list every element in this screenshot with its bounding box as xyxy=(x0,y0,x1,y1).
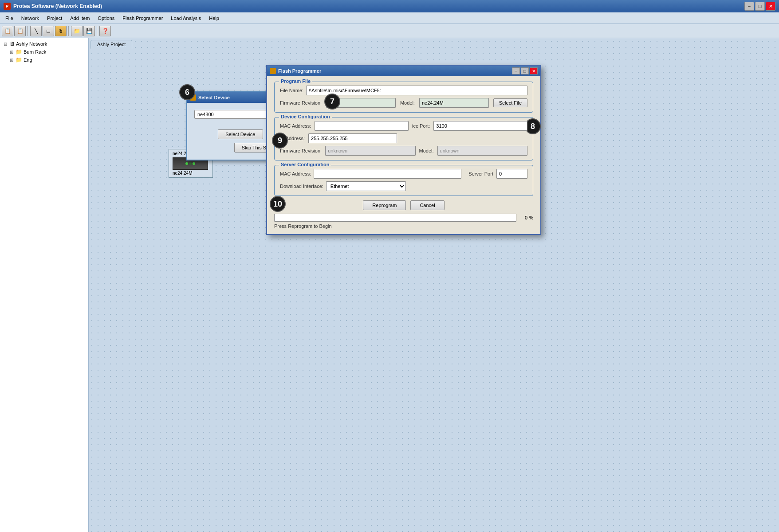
select-device-title-left: Select Device xyxy=(190,94,230,101)
sidebar-item-eng[interactable]: ⊞ 📁 Eng xyxy=(8,56,87,64)
flash-close[interactable]: ✕ xyxy=(530,67,538,74)
device-config-label: Device Configuration xyxy=(279,114,332,119)
sidebar-item-burn-rack[interactable]: ⊞ 📁 Burn Rack xyxy=(8,48,87,56)
device-port-input[interactable] xyxy=(433,121,527,131)
flash-minimize[interactable]: − xyxy=(512,67,520,74)
toolbar-1: 📋 📋 ╲ □ 🖱 📁 💾 ❓ xyxy=(0,24,779,38)
toolbar-sep-1 xyxy=(28,26,28,36)
progress-row: 0 % xyxy=(274,214,533,222)
file-name-row: File Name: xyxy=(280,86,527,95)
menu-network[interactable]: Network xyxy=(18,14,43,22)
main-area: ⊟ 🖥 Ashly Network ⊞ 📁 Burn Rack ⊞ 📁 Eng … xyxy=(0,38,779,532)
eng-icon: 📁 xyxy=(16,57,22,63)
mac-address-label-dc: MAC Address: xyxy=(280,123,311,129)
server-port-input[interactable] xyxy=(496,169,527,179)
model-label-pf: Model: xyxy=(400,100,415,106)
step-6-circle: 6 xyxy=(179,84,195,100)
select-file-button[interactable]: Select File xyxy=(493,98,527,107)
action-btn-row: 10 Reprogram Cancel xyxy=(274,200,533,210)
burn-rack-label: Burn Rack xyxy=(24,49,46,55)
tree-root-icon: 🖥 xyxy=(9,41,15,47)
ne-led-1b xyxy=(189,162,192,165)
model-label-dc: Model: xyxy=(419,148,434,153)
title-bar-left: P Protea Software (Network Enabled) xyxy=(4,3,102,10)
flash-maximize[interactable]: □ xyxy=(521,67,529,74)
firmware-model-dc-row: Firmware Revision: Model: xyxy=(280,146,527,156)
download-interface-label: Download Interface: xyxy=(280,184,323,189)
server-mac-input[interactable] xyxy=(314,169,461,179)
firmware-rev-input-dc[interactable] xyxy=(325,146,415,156)
download-interface-row: Download Interface: Ethernet xyxy=(280,181,527,191)
firmware-rev-label: Firmware Revision: xyxy=(280,100,322,106)
server-config-section: Server Configuration MAC Address: Server… xyxy=(274,165,533,196)
model-input-dc[interactable] xyxy=(437,146,527,156)
toolbar-btn-8[interactable]: ❓ xyxy=(99,26,111,36)
ne-led-1a xyxy=(185,162,188,165)
menu-options[interactable]: Options xyxy=(94,14,118,22)
menu-add-item[interactable]: Add Item xyxy=(67,14,93,22)
progress-bar-outer xyxy=(274,214,516,222)
menu-flash-programmer[interactable]: Flash Programmer xyxy=(119,14,166,22)
minimize-button[interactable]: − xyxy=(744,2,754,11)
burn-rack-icon: 📁 xyxy=(16,49,22,55)
menu-help[interactable]: Help xyxy=(205,14,223,22)
menu-project[interactable]: Project xyxy=(43,14,66,22)
tree-root-label: Ashly Network xyxy=(16,41,47,47)
tab-ashly-project[interactable]: Ashly Project xyxy=(90,40,132,49)
maximize-button[interactable]: □ xyxy=(755,2,765,11)
server-mac-group: MAC Address: xyxy=(280,169,461,179)
firmware-rev-label-dc: Firmware Revision: xyxy=(280,148,322,153)
app-icon: P xyxy=(4,3,11,10)
select-device-button[interactable]: Select Device xyxy=(218,129,263,139)
program-file-section: Program File File Name: 7 Firmware Revis… xyxy=(274,82,533,113)
toolbar-btn-3[interactable]: ╲ xyxy=(30,26,42,36)
step-10-circle: 10 xyxy=(270,196,286,212)
flash-body: Program File File Name: 7 Firmware Revis… xyxy=(267,76,540,234)
file-name-label: File Name: xyxy=(280,88,303,93)
toolbar-btn-1[interactable]: 📋 xyxy=(2,26,13,36)
toolbar-btn-7[interactable]: 💾 xyxy=(83,26,95,36)
server-port-group: Server Port: xyxy=(468,169,527,179)
menu-bar: File Network Project Add Item Options Fl… xyxy=(0,12,779,24)
menu-file[interactable]: File xyxy=(2,14,17,22)
title-bar-controls: − □ ✕ xyxy=(744,2,775,11)
flash-title-left: Flash Programmer xyxy=(270,68,321,74)
reprogram-button[interactable]: Reprogram xyxy=(363,200,406,210)
tree-root[interactable]: ⊟ 🖥 Ashly Network xyxy=(2,40,87,48)
app-title: Protea Software (Network Enabled) xyxy=(13,3,102,9)
flash-title-controls: − □ ✕ xyxy=(512,67,538,74)
tab-bar: Ashly Project xyxy=(89,38,779,49)
toolbar-sep-2 xyxy=(68,26,69,36)
toolbar-btn-6[interactable]: 📁 xyxy=(71,26,83,36)
toolbar-btn-5[interactable]: 🖱 xyxy=(55,26,67,36)
toolbar-btn-2[interactable]: 📋 xyxy=(14,26,26,36)
ip-address-input[interactable] xyxy=(308,133,397,143)
menu-load-analysis[interactable]: Load Analysis xyxy=(167,14,205,22)
flash-programmer-title-bar: Flash Programmer − □ ✕ xyxy=(267,66,540,76)
device-config-section: Device Configuration 8 MAC Address: ice … xyxy=(274,117,533,160)
flash-title-icon xyxy=(270,68,276,74)
step-9-circle: 9 xyxy=(272,133,288,149)
title-bar: P Protea Software (Network Enabled) − □ … xyxy=(0,0,779,12)
eng-label: Eng xyxy=(24,57,32,63)
toolbar-sep-3 xyxy=(97,26,98,36)
step-7-circle: 7 xyxy=(324,94,340,110)
close-button[interactable]: ✕ xyxy=(766,2,775,11)
ne-sublabel-1: ne24.24M xyxy=(173,171,209,176)
progress-percent: 0 % xyxy=(520,215,533,220)
server-mac-port-row: MAC Address: Server Port: xyxy=(280,169,527,179)
ip-row: 9 IP Address: xyxy=(280,133,527,143)
cancel-button-flash[interactable]: Cancel xyxy=(410,200,444,210)
status-text: Press Reprogram to Begin xyxy=(274,223,533,229)
download-interface-select[interactable]: Ethernet xyxy=(326,181,406,191)
flash-title-text: Flash Programmer xyxy=(278,68,321,74)
ne-led-1c xyxy=(193,162,195,165)
mac-port-row: MAC Address: ice Port: xyxy=(280,121,527,131)
mac-address-input-dc[interactable] xyxy=(315,121,409,131)
program-file-label: Program File xyxy=(279,78,312,84)
flash-programmer-dialog: Flash Programmer − □ ✕ Program File File… xyxy=(266,65,541,235)
toolbar-btn-4[interactable]: □ xyxy=(43,26,54,36)
file-name-input[interactable] xyxy=(306,86,527,95)
model-input-pf[interactable] xyxy=(419,98,489,108)
tree-root-expand: ⊟ xyxy=(4,42,8,47)
